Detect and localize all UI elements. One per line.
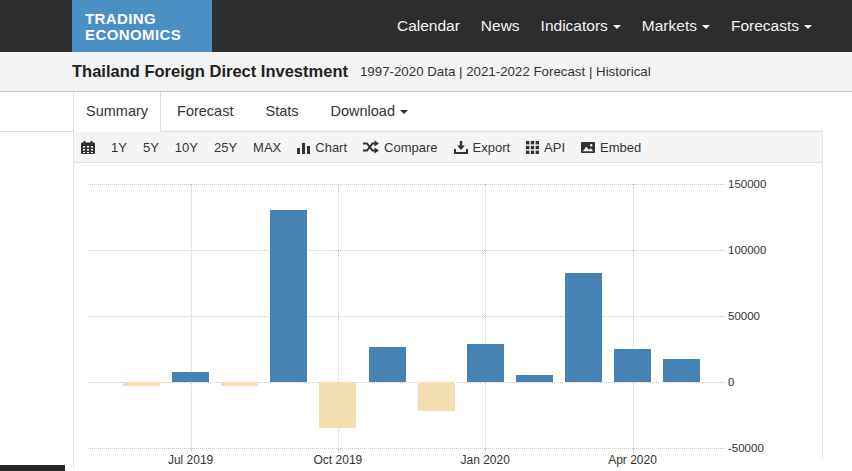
footer-dark-strip — [0, 465, 65, 471]
chart-panel: 150000100000500000-50000Jul 2019Oct 2019… — [73, 163, 823, 465]
chart-bar[interactable] — [221, 382, 258, 386]
y-axis-label: -50000 — [728, 441, 764, 455]
x-axis-label: Apr 2020 — [593, 453, 673, 467]
nav-item-markets[interactable]: Markets — [642, 17, 710, 35]
top-nav-menu: Calendar News Indicators Markets Forecas… — [397, 0, 852, 52]
bar-chart-icon — [297, 141, 310, 154]
x-gridline — [633, 184, 634, 448]
grid-icon — [526, 141, 539, 154]
page: TRADING ECONOMICS Calendar News Indicato… — [0, 0, 852, 471]
y-gridline — [88, 316, 725, 317]
x-axis-label: Jul 2019 — [151, 453, 231, 467]
tab-forecast[interactable]: Forecast — [161, 92, 249, 131]
tab-download[interactable]: Download — [315, 92, 425, 131]
embed-button[interactable]: Embed — [581, 140, 641, 155]
y-axis-label: 100000 — [728, 243, 766, 257]
y-axis-label: 50000 — [728, 309, 760, 323]
chart-bar[interactable] — [565, 273, 602, 382]
y-gridline — [88, 448, 725, 449]
x-axis-tick — [633, 448, 634, 452]
api-button[interactable]: API — [526, 140, 565, 155]
title-bar: Thailand Foreign Direct Investment 1997-… — [0, 52, 852, 92]
nav-item-indicators[interactable]: Indicators — [541, 17, 621, 35]
nav-item-forecasts[interactable]: Forecasts — [731, 17, 812, 35]
caret-down-icon — [400, 110, 408, 114]
x-gridline — [485, 184, 486, 448]
caret-down-icon — [613, 25, 621, 29]
shuffle-icon — [363, 140, 379, 154]
tab-bar: Summary Forecast Stats Download — [0, 92, 823, 132]
nav-item-calendar[interactable]: Calendar — [397, 17, 460, 35]
chart-bar[interactable] — [663, 359, 700, 382]
panel-left-border — [73, 92, 74, 469]
x-axis-label: Oct 2019 — [298, 453, 378, 467]
chart-bar[interactable] — [172, 372, 209, 382]
chart-bar[interactable] — [467, 344, 504, 382]
chart-bar[interactable] — [319, 382, 356, 428]
chart-bar[interactable] — [614, 349, 651, 382]
x-gridline — [191, 184, 192, 448]
chart-bar[interactable] — [369, 347, 406, 382]
y-gridline — [88, 250, 725, 251]
chart-type-button[interactable]: Chart — [297, 140, 347, 155]
range-25y-button[interactable]: 25Y — [214, 140, 237, 155]
range-1y-button[interactable]: 1Y — [111, 140, 127, 155]
y-axis-label: 0 — [728, 375, 734, 389]
x-axis-label: Jan 2020 — [445, 453, 525, 467]
chart-bar[interactable] — [270, 210, 307, 382]
chart-bar[interactable] — [123, 382, 160, 386]
top-navbar: TRADING ECONOMICS Calendar News Indicato… — [0, 0, 852, 52]
tab-summary[interactable]: Summary — [73, 92, 161, 132]
x-axis-tick — [338, 448, 339, 452]
tab-stats[interactable]: Stats — [249, 92, 314, 131]
range-10y-button[interactable]: 10Y — [175, 140, 198, 155]
x-axis-tick — [485, 448, 486, 452]
range-5y-button[interactable]: 5Y — [143, 140, 159, 155]
y-gridline — [88, 184, 725, 185]
nav-item-news[interactable]: News — [481, 17, 520, 35]
image-icon — [581, 141, 595, 154]
y-axis-label: 150000 — [728, 177, 766, 191]
chart-toolbar: 1Y 5Y 10Y 25Y MAX Chart Compare Export — [73, 132, 823, 163]
logo-line2: ECONOMICS — [85, 27, 212, 43]
trading-economics-logo[interactable]: TRADING ECONOMICS — [72, 0, 212, 52]
logo-line1: TRADING — [85, 11, 212, 27]
calendar-icon — [81, 141, 95, 154]
page-title: Thailand Foreign Direct Investment — [72, 62, 348, 81]
page-subtitle: 1997-2020 Data | 2021-2022 Forecast | Hi… — [360, 64, 651, 79]
caret-down-icon — [804, 25, 812, 29]
download-icon — [454, 141, 468, 154]
caret-down-icon — [702, 25, 710, 29]
y-gridline — [88, 382, 725, 383]
export-button[interactable]: Export — [454, 140, 511, 155]
compare-button[interactable]: Compare — [363, 140, 437, 155]
x-axis-tick — [191, 448, 192, 452]
range-max-button[interactable]: MAX — [253, 140, 281, 155]
chart-bar[interactable] — [516, 375, 553, 382]
panel-right-border — [822, 131, 823, 458]
calendar-button[interactable] — [81, 141, 95, 154]
chart-bar[interactable] — [418, 382, 455, 411]
